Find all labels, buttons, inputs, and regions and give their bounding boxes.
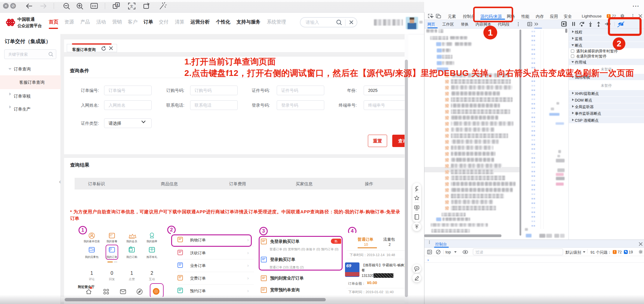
svg-text:A: A: [116, 3, 119, 7]
svg-text:文: 文: [130, 5, 133, 8]
